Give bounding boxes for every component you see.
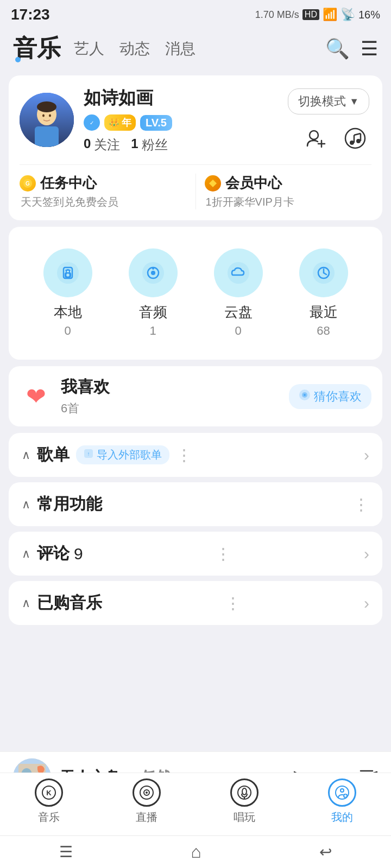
local-count: 0 — [64, 324, 71, 338]
playlist-more-dots[interactable]: ⋮ — [176, 445, 192, 464]
crown-badge: 👑 年 — [104, 114, 136, 131]
level-badge: LV.5 — [140, 115, 172, 131]
comments-badge: 9 — [74, 545, 83, 563]
audio-label: 音频 — [139, 303, 167, 322]
member-icon — [205, 175, 221, 192]
nav-tab-messages[interactable]: 消息 — [165, 39, 195, 59]
status-time: 17:23 — [11, 6, 50, 23]
nav-mine[interactable]: 我的 — [293, 778, 391, 825]
audio-count: 1 — [149, 324, 156, 338]
purchased-more-dots[interactable]: ⋮ — [225, 593, 241, 612]
nav-live[interactable]: 直播 — [98, 778, 195, 825]
add-friend-icon — [305, 127, 327, 149]
favorites-info: 我喜欢 6首 — [61, 376, 289, 417]
avatar-image — [20, 93, 74, 147]
playlist-expand-icon: ∧ — [22, 448, 30, 462]
quick-item-cloud[interactable]: 云盘 0 — [214, 248, 263, 338]
status-icons: 1.70 MB/s HD 📶 📡 16% — [255, 8, 380, 22]
purchased-chevron-icon: › — [364, 594, 369, 612]
comments-expand-icon: ∧ — [22, 547, 30, 561]
guess-you-like-button[interactable]: 猜你喜欢 — [289, 384, 371, 409]
chevron-down-icon: ▼ — [349, 96, 359, 107]
nav-sing[interactable]: 唱玩 — [195, 778, 293, 825]
quick-item-local[interactable]: 本地 0 — [43, 248, 92, 338]
fans-stat: 1 粉丝 — [131, 136, 167, 154]
comments-section[interactable]: ∧ 评论 9 ⋮ › — [9, 532, 382, 576]
svg-point-28 — [152, 267, 154, 270]
add-friend-button[interactable] — [302, 124, 330, 152]
verified-icon: ✓ — [87, 118, 96, 127]
svg-point-55 — [242, 788, 247, 795]
svg-point-5 — [49, 114, 51, 117]
task-center-button[interactable]: G 任务中心 天天签到兑免费会员 — [20, 174, 187, 209]
recent-count: 68 — [317, 324, 330, 338]
svg-point-58 — [340, 789, 344, 792]
svg-line-16 — [354, 133, 361, 135]
playlist-chevron-icon: › — [364, 446, 369, 464]
common-features-section[interactable]: ∧ 常用功能 ⋮ — [9, 482, 382, 526]
hd-badge: HD — [302, 9, 319, 20]
member-center-top: 会员中心 — [205, 174, 372, 193]
recent-icon-svg — [312, 261, 336, 285]
member-center-button[interactable]: 会员中心 1折开豪华VIP月卡 — [205, 174, 372, 209]
app-logo: 音乐 — [13, 33, 61, 65]
import-playlist-button[interactable]: ↑ 导入外部歌单 — [76, 445, 169, 464]
system-nav-back[interactable]: ↩ — [319, 843, 332, 861]
battery-icon: 16% — [358, 9, 380, 21]
bottom-nav: K 音乐 直播 唱玩 — [0, 773, 391, 835]
svg-text:K: K — [46, 789, 52, 797]
favorites-card[interactable]: ❤ 我喜欢 6首 猜你喜欢 — [9, 366, 382, 426]
quick-access-card: 本地 0 音频 1 云盘 0 — [9, 227, 382, 360]
common-more-dots[interactable]: ⋮ — [353, 495, 369, 514]
crown-icon: 👑 — [109, 118, 119, 128]
comments-title: 评论 — [37, 542, 70, 565]
svg-point-53 — [146, 792, 148, 794]
menu-divider — [195, 174, 196, 209]
menu-icon[interactable]: ☰ — [361, 37, 378, 60]
verified-badge: ✓ — [84, 114, 100, 131]
avatar-svg — [20, 93, 74, 147]
nav-tabs: 艺人 动态 消息 — [74, 39, 325, 59]
system-nav-menu[interactable]: ☰ — [59, 843, 73, 861]
music-note-button[interactable] — [341, 124, 369, 152]
system-nav: ☰ ⌂ ↩ — [0, 835, 391, 868]
cloud-icon — [214, 248, 263, 297]
switch-mode-button[interactable]: 切换模式 ▼ — [288, 88, 369, 114]
4g-signal-icon: 📶 — [323, 8, 337, 22]
live-nav-icon-svg — [139, 785, 154, 800]
system-nav-home[interactable]: ⌂ — [191, 842, 201, 862]
mine-nav-icon — [328, 778, 356, 807]
cloud-icon-svg — [226, 261, 250, 285]
local-music-icon — [43, 248, 92, 297]
search-icon[interactable]: 🔍 — [325, 37, 350, 60]
svg-point-36 — [304, 394, 306, 396]
audio-icon — [129, 248, 178, 297]
nav-tab-dynamics[interactable]: 动态 — [119, 39, 150, 59]
purchased-section[interactable]: ∧ 已购音乐 ⋮ › — [9, 581, 382, 625]
task-icon: G — [20, 175, 36, 192]
quick-item-audio[interactable]: 音频 1 — [129, 248, 178, 338]
music-nav-label: 音乐 — [38, 810, 60, 825]
nav-tab-artist[interactable]: 艺人 — [74, 39, 104, 59]
task-center-icon: G — [23, 178, 33, 188]
quick-item-recent[interactable]: 最近 68 — [299, 248, 348, 338]
logo-dot — [15, 57, 21, 62]
comments-more-dots[interactable]: ⋮ — [215, 544, 231, 563]
nav-music[interactable]: K 音乐 — [0, 778, 98, 825]
wifi-icon: 📡 — [340, 8, 355, 22]
cloud-label: 云盘 — [224, 303, 253, 322]
sing-nav-label: 唱玩 — [234, 810, 255, 825]
recent-label: 最近 — [310, 303, 338, 322]
comments-chevron-icon: › — [364, 545, 369, 563]
music-note-icon — [344, 127, 366, 149]
sing-nav-icon — [230, 778, 258, 807]
svg-marker-19 — [209, 180, 217, 187]
music-nav-icon-svg: K — [41, 785, 56, 800]
mine-nav-icon-svg — [335, 785, 350, 800]
local-icon-svg — [56, 261, 80, 285]
local-label: 本地 — [54, 303, 82, 322]
common-expand-icon: ∧ — [22, 497, 30, 512]
audio-icon-svg — [141, 261, 165, 285]
avatar[interactable] — [20, 93, 74, 147]
playlist-section[interactable]: ∧ 歌单 ↑ 导入外部歌单 ⋮ › — [9, 433, 382, 477]
